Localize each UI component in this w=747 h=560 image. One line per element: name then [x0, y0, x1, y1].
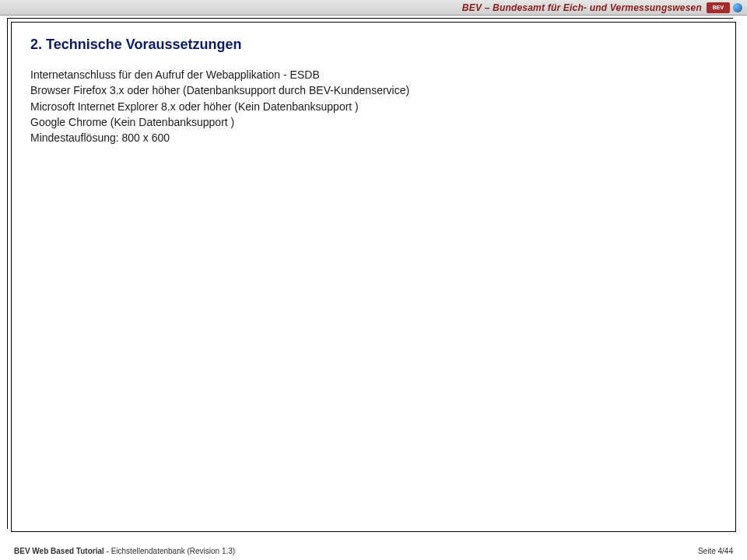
body-line: Internetanschluss für den Aufruf der Web…	[30, 67, 717, 82]
body-line: Browser Firefox 3.x oder höher (Datenban…	[30, 82, 717, 98]
body-line: Mindestauflösung: 800 x 600	[30, 130, 717, 145]
page-frame: 2. Technische Voraussetzungen Internetan…	[11, 22, 736, 532]
footer-left: BEV Web Based Tutorial - Eichstellendate…	[14, 547, 235, 555]
bev-logo: BEV	[707, 2, 730, 13]
body-text: Internetanschluss für den Aufruf der Web…	[30, 67, 717, 145]
section-heading: 2. Technische Voraussetzungen	[30, 37, 717, 53]
body-line: Google Chrome (Kein Datenbanksupport )	[30, 114, 717, 130]
footer: BEV Web Based Tutorial - Eichstellendate…	[11, 547, 736, 555]
footer-subtitle: - Eichstellendatenbank (Revision 1.3)	[104, 547, 235, 555]
globe-icon	[733, 3, 742, 12]
body-line: Microsoft Internet Explorer 8.x oder höh…	[30, 99, 717, 114]
footer-page-number: Seite 4/44	[698, 547, 733, 555]
footer-title: BEV Web Based Tutorial	[14, 547, 104, 555]
header-bar: BEV – Bundesamt für Eich- und Vermessung…	[0, 0, 747, 16]
org-title: BEV – Bundesamt für Eich- und Vermessung…	[462, 2, 702, 13]
page-content: 2. Technische Voraussetzungen Internetan…	[30, 37, 717, 145]
